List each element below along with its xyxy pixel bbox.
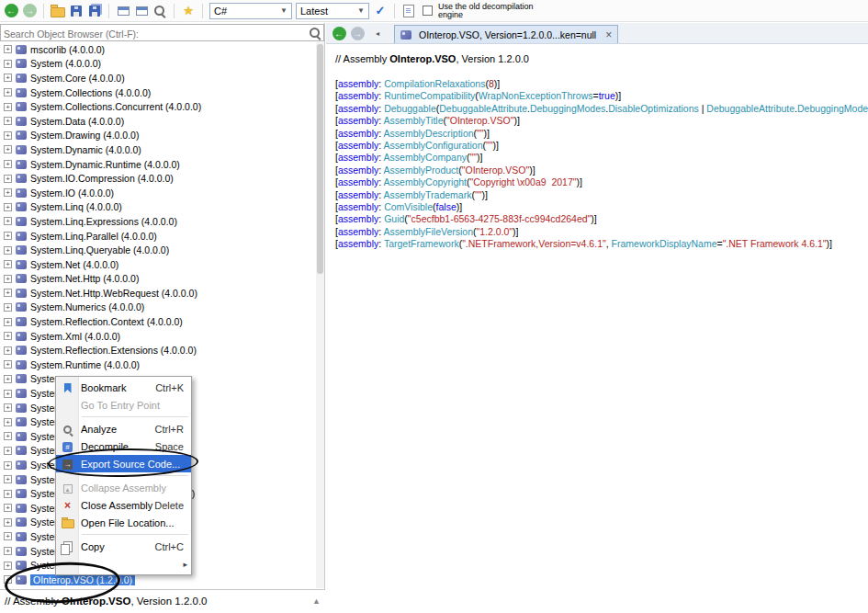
expander-plus-icon[interactable]: + — [4, 518, 12, 527]
menu-item-open-file-location[interactable]: Open File Location... — [56, 514, 191, 531]
tree-row[interactable]: +System.Linq.Expressions (4.0.0.0) — [0, 214, 316, 229]
search-button[interactable] — [152, 3, 167, 19]
expander-plus-icon[interactable]: + — [4, 547, 12, 555]
menu-item-go-to-entry-point[interactable]: Go To Entry Point — [56, 396, 191, 414]
favorites-button[interactable]: ★ — [181, 3, 196, 19]
tree-row[interactable]: +System.Dynamic (4.0.0.0) — [0, 142, 316, 157]
tree-row[interactable]: +System.Collections.Concurrent (4.0.0.0) — [0, 99, 316, 114]
expander-plus-icon[interactable]: + — [4, 260, 12, 268]
menu-item-export-source-code[interactable]: →Export Source Code... — [56, 455, 191, 472]
menu-item-decompile[interactable]: #DecompileSpace — [56, 437, 191, 455]
expander-plus-icon[interactable]: + — [4, 131, 12, 140]
full-decompilation-toggle[interactable]: ✓ — [373, 3, 388, 19]
forward-button[interactable]: → — [22, 3, 37, 19]
tree-row[interactable]: +System (4.0.0.0) — [0, 57, 316, 72]
tree-row[interactable]: +System.Reflection.Context (4.0.0.0) — [0, 314, 316, 329]
expander-plus-icon[interactable]: + — [4, 175, 12, 183]
expander-plus-icon[interactable]: + — [4, 275, 12, 283]
expander-plus-icon[interactable]: + — [4, 562, 12, 570]
expander-plus-icon[interactable]: + — [4, 432, 12, 440]
expander-plus-icon[interactable]: + — [4, 88, 12, 96]
open-file-button[interactable] — [51, 3, 65, 19]
tree-row[interactable]: +System.Net (4.0.0.0) — [0, 257, 316, 272]
bottom-comment: // Assembly OInterop.VSO, Version 1.2.0.… — [5, 596, 208, 607]
language-select[interactable]: C# ▼ — [209, 3, 292, 19]
expander-plus-icon[interactable]: + — [4, 203, 12, 211]
tree-row[interactable]: +System.Linq (4.0.0.0) — [0, 200, 316, 215]
toolbar-separator — [394, 4, 395, 18]
tree-row[interactable]: +System.IO (4.0.0.0) — [0, 186, 316, 200]
nav-back-button[interactable]: ← — [332, 25, 346, 41]
menu-separator — [82, 475, 188, 476]
scrollbar-thumb[interactable] — [317, 44, 323, 274]
tree-row[interactable]: +mscorlib (4.0.0.0) — [0, 42, 316, 57]
tree-row[interactable]: +System.Linq.Parallel (4.0.0.0) — [0, 229, 316, 244]
save-all-button[interactable] — [87, 3, 102, 19]
expander-plus-icon[interactable]: + — [4, 103, 12, 111]
search-input[interactable] — [1, 27, 323, 42]
tree-row[interactable]: +System.Runtime (4.0.0.0) — [0, 358, 316, 372]
tree-row[interactable]: +System.IO.Compression (4.0.0.0) — [0, 171, 316, 186]
expander-plus-icon[interactable]: + — [4, 74, 12, 82]
expander-plus-icon[interactable]: + — [4, 390, 12, 398]
expander-plus-icon[interactable]: + — [4, 447, 12, 455]
tree-row[interactable]: +System.Net.Http.WebRequest (4.0.0.0) — [0, 286, 316, 301]
output-window-button[interactable] — [134, 3, 149, 19]
expander-plus-icon[interactable]: + — [4, 532, 12, 540]
expander-plus-icon[interactable]: + — [4, 504, 12, 512]
menu-item-submenu[interactable]: ▸ — [56, 555, 191, 573]
tree-row[interactable]: +System.Dynamic.Runtime (4.0.0.0) — [0, 157, 316, 172]
expander-plus-icon[interactable]: + — [4, 332, 12, 340]
expander-plus-icon[interactable]: + — [4, 117, 12, 125]
tree-row[interactable]: +System.Drawing (4.0.0.0) — [0, 129, 316, 143]
expander-plus-icon[interactable]: + — [4, 461, 12, 470]
document-tab[interactable]: OInterop.VSO, Version=1.2.0.0...ken=null… — [394, 25, 618, 43]
menu-item-close-assembly[interactable]: ×Close AssemblyDelete — [56, 496, 191, 514]
menu-item-collapse-assembly[interactable]: ▴Collapse Assembly — [56, 479, 191, 496]
expander-plus-icon[interactable]: + — [4, 490, 12, 498]
assembly-icon — [16, 446, 27, 455]
expander-plus-icon[interactable]: + — [4, 217, 12, 225]
tab-close-icon[interactable]: × — [605, 30, 612, 40]
expander-plus-icon[interactable]: + — [4, 375, 12, 383]
tree-row[interactable]: +System.Reflection.Extensions (4.0.0.0) — [0, 343, 316, 358]
word-wrap-button[interactable] — [401, 3, 416, 19]
expander-plus-icon[interactable]: + — [4, 60, 12, 68]
expander-plus-icon[interactable]: + — [4, 45, 12, 53]
assembly-explorer-button[interactable] — [116, 3, 130, 19]
expander-plus-icon[interactable]: + — [4, 346, 12, 355]
tree-row[interactable]: +System.Data (4.0.0.0) — [0, 114, 316, 129]
expander-plus-icon[interactable]: + — [4, 289, 12, 297]
expander-plus-icon[interactable]: + — [4, 232, 12, 240]
save-button[interactable] — [69, 3, 84, 19]
expander-plus-icon[interactable]: + — [4, 403, 12, 412]
tree-row[interactable]: +System.Numerics (4.0.0.0) — [0, 301, 316, 315]
expander-plus-icon[interactable]: + — [4, 418, 12, 426]
tree-scrollbar[interactable] — [316, 42, 324, 588]
chevron-down-icon: ▼ — [280, 6, 287, 15]
expander-plus-icon[interactable]: + — [4, 303, 12, 312]
nav-history-button[interactable]: ◂ — [368, 25, 383, 41]
expander-plus-icon[interactable]: + — [4, 318, 12, 326]
code-line: [assembly: AssemblyCopyright("Copyright … — [335, 176, 868, 188]
expander-plus-icon[interactable]: + — [4, 246, 12, 255]
menu-item-bookmark[interactable]: BookmarkCtrl+K — [56, 379, 191, 396]
tree-row[interactable]: +System.Linq.Queryable (4.0.0.0) — [0, 243, 316, 257]
version-select[interactable]: Latest ▼ — [296, 3, 369, 19]
tree-row[interactable]: +System.Collections (4.0.0.0) — [0, 85, 316, 100]
old-engine-checkbox[interactable] — [420, 3, 434, 19]
chevron-up-icon[interactable]: ▲ — [312, 596, 321, 606]
expander-plus-icon[interactable]: + — [4, 145, 12, 153]
back-button[interactable]: ← — [4, 3, 18, 19]
nav-forward-button[interactable]: → — [350, 25, 365, 41]
expander-plus-icon[interactable]: + — [4, 360, 12, 369]
expander-plus-icon[interactable]: + — [4, 160, 12, 168]
tree-row[interactable]: +System.Net.Http (4.0.0.0) — [0, 272, 316, 287]
menu-item-analyze[interactable]: AnalyzeCtrl+R — [56, 420, 191, 437]
tree-row[interactable]: +System.Xml (4.0.0.0) — [0, 329, 316, 344]
tree-row[interactable]: +System.Core (4.0.0.0) — [0, 71, 316, 85]
expander-plus-icon[interactable]: + — [4, 475, 12, 483]
expander-plus-icon[interactable]: + — [4, 575, 12, 584]
expander-plus-icon[interactable]: + — [4, 188, 12, 197]
menu-item-copy[interactable]: CopyCtrl+C — [56, 538, 191, 555]
